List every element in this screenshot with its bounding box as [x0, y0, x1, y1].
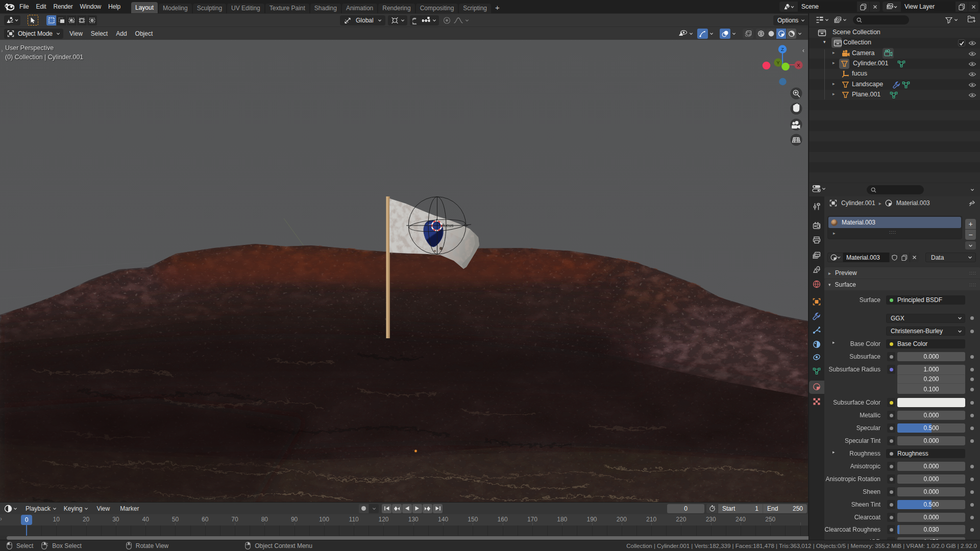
svg-text:(0) Collection | Cylinder.001: (0) Collection | Cylinder.001	[5, 54, 83, 61]
svg-text:‹: ‹	[802, 47, 804, 54]
svg-text:fucus: fucus	[443, 223, 454, 228]
svg-text:X: X	[797, 62, 800, 68]
svg-text:›: ›	[1, 47, 3, 54]
svg-text:Y: Y	[776, 60, 780, 65]
svg-text:Z: Z	[781, 46, 784, 52]
svg-text:User Perspective: User Perspective	[5, 44, 54, 52]
